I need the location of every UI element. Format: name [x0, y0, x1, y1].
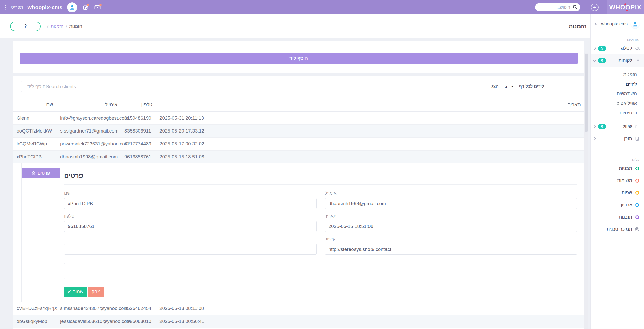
- link-input[interactable]: [325, 244, 577, 255]
- sidebar-item-insights[interactable]: תובנות: [591, 211, 644, 223]
- sidebar-item-tasks[interactable]: משימות: [591, 174, 644, 187]
- tab-details[interactable]: פרטים: [22, 168, 60, 178]
- sidebar-toggle-icon[interactable]: [591, 4, 599, 11]
- date-input[interactable]: [325, 221, 577, 232]
- col-header-name[interactable]: שם: [13, 99, 57, 112]
- book-icon: [634, 137, 640, 141]
- blue-ring-icon: [635, 203, 639, 207]
- name-label: שם: [64, 191, 317, 196]
- show-label: הצג: [491, 84, 499, 89]
- storefront-icon: [634, 124, 640, 128]
- phone-input[interactable]: [64, 221, 317, 232]
- breadcrumb-separator: /: [47, 24, 49, 29]
- sidebar-item-label: תובנות: [619, 215, 632, 220]
- scooter-icon: [634, 46, 640, 50]
- extra-field: [64, 244, 317, 255]
- menu-toggle[interactable]: תפריט: [11, 5, 23, 10]
- sidebar-item-archive[interactable]: ארכיון: [591, 199, 644, 211]
- sidebar-item-templates[interactable]: תבניות: [591, 162, 644, 174]
- home-icon: [31, 171, 36, 175]
- global-search: [535, 3, 580, 11]
- sidebar-item-label: שיווק: [622, 124, 632, 129]
- user-avatar[interactable]: [67, 2, 77, 12]
- table-row[interactable]: Glenn info@grayson.caredogbest.com 61594…: [13, 112, 584, 125]
- page-title: הזמנות: [569, 23, 590, 30]
- breadcrumb: הזמנות / הזמנות /: [47, 24, 82, 29]
- email-field: אימייל: [325, 191, 577, 209]
- sidebar-item-catalog[interactable]: קטלוג 5: [591, 42, 644, 54]
- notes-textarea[interactable]: [64, 263, 577, 279]
- leads-table-bottom: cVEFDZzFsYqRrjX simsshade434307@yahoo.co…: [13, 302, 584, 328]
- table-row[interactable]: cVEFDZzFsYqRrjX simsshade434307@yahoo.co…: [13, 302, 584, 315]
- name-input[interactable]: [64, 198, 317, 209]
- lifebuoy-icon: [634, 227, 640, 232]
- chevron-right-icon: [594, 23, 597, 25]
- col-header-date[interactable]: תאריך: [156, 99, 584, 112]
- col-header-phone[interactable]: טלפון: [121, 99, 156, 112]
- scrollbar[interactable]: [584, 53, 588, 329]
- sidebar-item-label: משימות: [617, 178, 632, 183]
- logo-dot: [626, 10, 628, 11]
- scrollbar-thumb[interactable]: [585, 54, 588, 132]
- sidebar-item-label: תמיכה טכנית: [607, 227, 632, 232]
- notification-dot: [87, 4, 89, 6]
- sidebar-item-support[interactable]: תמיכה טכנית: [591, 223, 644, 235]
- count-badge: 5: [598, 46, 606, 51]
- main-area: הזמנות הזמנות / הזמנות / ? הוסף ליד הצג …: [0, 14, 590, 329]
- sidebar-section-modules: מודולים: [591, 34, 644, 42]
- clients-icon: [634, 59, 640, 62]
- page-size-select[interactable]: 5 ▼: [502, 82, 516, 91]
- sidebar-subitem-affiliates[interactable]: אפיליאטים: [591, 98, 644, 108]
- date-label: תאריך: [325, 213, 577, 219]
- leads-table-top: שם אימייל טלפון תאריך Glenn info@grayson…: [13, 99, 584, 163]
- sidebar-item-languages[interactable]: שפות: [591, 187, 644, 199]
- breadcrumb-item[interactable]: הזמנות: [69, 24, 82, 29]
- sidebar-subitem-orders[interactable]: הזמנות: [591, 70, 644, 79]
- save-button[interactable]: ✔ שמור: [64, 287, 87, 297]
- add-lead-card: הוסף ליד: [13, 41, 584, 73]
- date-field: תאריך: [325, 213, 577, 232]
- email-input[interactable]: [325, 198, 577, 209]
- name-field: שם: [64, 191, 317, 209]
- lead-details-panel: פרטים פרטים שם אימייל טלפון: [13, 163, 584, 302]
- sidebar-item-content[interactable]: תוכן: [591, 133, 644, 145]
- sidebar-item-label: תבניות: [619, 166, 632, 171]
- sidebar-subitem-users[interactable]: משתמשים: [591, 89, 644, 98]
- phone-field: טלפון: [64, 213, 317, 232]
- sidebar-subitem-leads[interactable]: לידים: [591, 79, 644, 89]
- yellow-ring-icon: [635, 191, 639, 195]
- table-row[interactable]: ooQCTfzMokkW sissigardner71@gmail.com 83…: [13, 125, 584, 138]
- table-row[interactable]: lrCQMvRCWp powersnick723631@yahoo.com 82…: [13, 138, 584, 151]
- notification-dot: [99, 4, 102, 6]
- breadcrumb-item-link[interactable]: הזמנות: [51, 24, 63, 29]
- delete-button[interactable]: מחק: [88, 287, 104, 297]
- details-title: פרטים: [64, 172, 577, 180]
- help-button[interactable]: ?: [10, 22, 41, 31]
- sidebar-item-marketing[interactable]: שיווק 0: [591, 120, 644, 133]
- add-lead-button[interactable]: הוסף ליד: [20, 53, 578, 64]
- kebab-menu-icon[interactable]: [4, 4, 7, 11]
- sidebar-item-clients[interactable]: לקוחות 0: [591, 54, 644, 67]
- count-badge: 0: [598, 124, 606, 129]
- details-actions: ✔ שמור מחק: [64, 287, 577, 297]
- chevron-right-icon: [593, 137, 596, 140]
- table-row[interactable]: dbGskqkyMop jessicadavis503610@yahoo.com…: [13, 315, 584, 328]
- table-row-selected[interactable]: xPhnTCfPB dhaasmh1998@gmail.com 96168587…: [13, 151, 584, 163]
- details-form: פרטים שם אימייל טלפון: [60, 163, 584, 302]
- user-avatar: [630, 19, 640, 29]
- mail-icon[interactable]: [94, 4, 102, 11]
- search-icon[interactable]: [573, 5, 578, 10]
- sidebar-user-row[interactable]: whoopix-cms: [591, 14, 644, 34]
- breadcrumb-separator: /: [66, 24, 67, 29]
- col-header-email[interactable]: אימייל: [57, 99, 121, 112]
- extra-input[interactable]: [64, 244, 317, 255]
- compose-icon[interactable]: [82, 4, 89, 11]
- client-search-input[interactable]: [21, 81, 488, 92]
- select-caret-icon: ▼: [511, 85, 514, 88]
- divider: [64, 184, 577, 185]
- sidebar-item-label: תוכן: [624, 136, 632, 141]
- check-icon: ✔: [68, 289, 71, 294]
- chevron-down-icon: [593, 59, 596, 62]
- sidebar-subitem-cards[interactable]: כרטיסיות: [591, 108, 644, 118]
- table-header-row: שם אימייל טלפון תאריך: [13, 99, 584, 112]
